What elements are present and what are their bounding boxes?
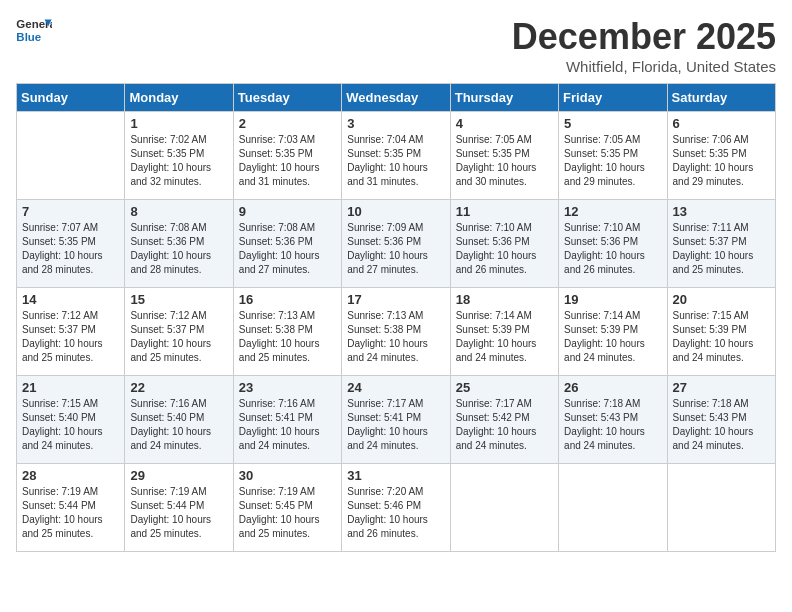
day-info: Sunrise: 7:05 AM Sunset: 5:35 PM Dayligh…: [456, 133, 553, 189]
day-number: 2: [239, 116, 336, 131]
day-cell: 1Sunrise: 7:02 AM Sunset: 5:35 PM Daylig…: [125, 112, 233, 200]
col-header-friday: Friday: [559, 84, 667, 112]
day-cell: 11Sunrise: 7:10 AM Sunset: 5:36 PM Dayli…: [450, 200, 558, 288]
day-number: 9: [239, 204, 336, 219]
day-cell: 17Sunrise: 7:13 AM Sunset: 5:38 PM Dayli…: [342, 288, 450, 376]
day-number: 16: [239, 292, 336, 307]
day-cell: 13Sunrise: 7:11 AM Sunset: 5:37 PM Dayli…: [667, 200, 775, 288]
day-cell: 7Sunrise: 7:07 AM Sunset: 5:35 PM Daylig…: [17, 200, 125, 288]
calendar-table: SundayMondayTuesdayWednesdayThursdayFrid…: [16, 83, 776, 552]
day-number: 25: [456, 380, 553, 395]
day-number: 26: [564, 380, 661, 395]
title-block: December 2025 Whitfield, Florida, United…: [512, 16, 776, 75]
day-cell: 23Sunrise: 7:16 AM Sunset: 5:41 PM Dayli…: [233, 376, 341, 464]
day-cell: 14Sunrise: 7:12 AM Sunset: 5:37 PM Dayli…: [17, 288, 125, 376]
day-cell: 15Sunrise: 7:12 AM Sunset: 5:37 PM Dayli…: [125, 288, 233, 376]
day-info: Sunrise: 7:15 AM Sunset: 5:39 PM Dayligh…: [673, 309, 770, 365]
day-cell: 8Sunrise: 7:08 AM Sunset: 5:36 PM Daylig…: [125, 200, 233, 288]
day-number: 12: [564, 204, 661, 219]
day-number: 17: [347, 292, 444, 307]
day-number: 10: [347, 204, 444, 219]
day-number: 6: [673, 116, 770, 131]
day-info: Sunrise: 7:04 AM Sunset: 5:35 PM Dayligh…: [347, 133, 444, 189]
day-info: Sunrise: 7:19 AM Sunset: 5:44 PM Dayligh…: [22, 485, 119, 541]
day-info: Sunrise: 7:19 AM Sunset: 5:45 PM Dayligh…: [239, 485, 336, 541]
day-cell: 12Sunrise: 7:10 AM Sunset: 5:36 PM Dayli…: [559, 200, 667, 288]
day-number: 8: [130, 204, 227, 219]
day-number: 20: [673, 292, 770, 307]
col-header-monday: Monday: [125, 84, 233, 112]
day-info: Sunrise: 7:17 AM Sunset: 5:41 PM Dayligh…: [347, 397, 444, 453]
day-info: Sunrise: 7:17 AM Sunset: 5:42 PM Dayligh…: [456, 397, 553, 453]
day-cell: 28Sunrise: 7:19 AM Sunset: 5:44 PM Dayli…: [17, 464, 125, 552]
day-info: Sunrise: 7:05 AM Sunset: 5:35 PM Dayligh…: [564, 133, 661, 189]
day-cell: [667, 464, 775, 552]
day-cell: 19Sunrise: 7:14 AM Sunset: 5:39 PM Dayli…: [559, 288, 667, 376]
day-cell: 27Sunrise: 7:18 AM Sunset: 5:43 PM Dayli…: [667, 376, 775, 464]
day-info: Sunrise: 7:19 AM Sunset: 5:44 PM Dayligh…: [130, 485, 227, 541]
day-cell: 4Sunrise: 7:05 AM Sunset: 5:35 PM Daylig…: [450, 112, 558, 200]
day-number: 29: [130, 468, 227, 483]
col-header-wednesday: Wednesday: [342, 84, 450, 112]
day-number: 15: [130, 292, 227, 307]
day-number: 22: [130, 380, 227, 395]
day-number: 4: [456, 116, 553, 131]
day-cell: 21Sunrise: 7:15 AM Sunset: 5:40 PM Dayli…: [17, 376, 125, 464]
day-number: 14: [22, 292, 119, 307]
day-cell: 18Sunrise: 7:14 AM Sunset: 5:39 PM Dayli…: [450, 288, 558, 376]
day-cell: 10Sunrise: 7:09 AM Sunset: 5:36 PM Dayli…: [342, 200, 450, 288]
day-info: Sunrise: 7:02 AM Sunset: 5:35 PM Dayligh…: [130, 133, 227, 189]
week-row-5: 28Sunrise: 7:19 AM Sunset: 5:44 PM Dayli…: [17, 464, 776, 552]
day-cell: 31Sunrise: 7:20 AM Sunset: 5:46 PM Dayli…: [342, 464, 450, 552]
day-cell: 24Sunrise: 7:17 AM Sunset: 5:41 PM Dayli…: [342, 376, 450, 464]
day-cell: 25Sunrise: 7:17 AM Sunset: 5:42 PM Dayli…: [450, 376, 558, 464]
day-cell: 5Sunrise: 7:05 AM Sunset: 5:35 PM Daylig…: [559, 112, 667, 200]
day-info: Sunrise: 7:08 AM Sunset: 5:36 PM Dayligh…: [130, 221, 227, 277]
day-info: Sunrise: 7:10 AM Sunset: 5:36 PM Dayligh…: [456, 221, 553, 277]
day-cell: 29Sunrise: 7:19 AM Sunset: 5:44 PM Dayli…: [125, 464, 233, 552]
day-info: Sunrise: 7:11 AM Sunset: 5:37 PM Dayligh…: [673, 221, 770, 277]
day-info: Sunrise: 7:14 AM Sunset: 5:39 PM Dayligh…: [564, 309, 661, 365]
day-info: Sunrise: 7:20 AM Sunset: 5:46 PM Dayligh…: [347, 485, 444, 541]
page-header: General Blue December 2025 Whitfield, Fl…: [16, 16, 776, 75]
day-info: Sunrise: 7:09 AM Sunset: 5:36 PM Dayligh…: [347, 221, 444, 277]
day-cell: 3Sunrise: 7:04 AM Sunset: 5:35 PM Daylig…: [342, 112, 450, 200]
day-cell: 30Sunrise: 7:19 AM Sunset: 5:45 PM Dayli…: [233, 464, 341, 552]
day-info: Sunrise: 7:13 AM Sunset: 5:38 PM Dayligh…: [239, 309, 336, 365]
day-number: 27: [673, 380, 770, 395]
col-header-sunday: Sunday: [17, 84, 125, 112]
day-number: 21: [22, 380, 119, 395]
day-number: 3: [347, 116, 444, 131]
day-number: 30: [239, 468, 336, 483]
day-number: 7: [22, 204, 119, 219]
day-cell: [17, 112, 125, 200]
day-cell: 20Sunrise: 7:15 AM Sunset: 5:39 PM Dayli…: [667, 288, 775, 376]
day-info: Sunrise: 7:13 AM Sunset: 5:38 PM Dayligh…: [347, 309, 444, 365]
day-info: Sunrise: 7:03 AM Sunset: 5:35 PM Dayligh…: [239, 133, 336, 189]
day-cell: 9Sunrise: 7:08 AM Sunset: 5:36 PM Daylig…: [233, 200, 341, 288]
day-number: 31: [347, 468, 444, 483]
day-cell: 26Sunrise: 7:18 AM Sunset: 5:43 PM Dayli…: [559, 376, 667, 464]
day-number: 24: [347, 380, 444, 395]
day-cell: [450, 464, 558, 552]
day-cell: 16Sunrise: 7:13 AM Sunset: 5:38 PM Dayli…: [233, 288, 341, 376]
day-info: Sunrise: 7:10 AM Sunset: 5:36 PM Dayligh…: [564, 221, 661, 277]
day-cell: 2Sunrise: 7:03 AM Sunset: 5:35 PM Daylig…: [233, 112, 341, 200]
day-number: 19: [564, 292, 661, 307]
day-cell: [559, 464, 667, 552]
day-number: 28: [22, 468, 119, 483]
day-info: Sunrise: 7:12 AM Sunset: 5:37 PM Dayligh…: [22, 309, 119, 365]
col-header-saturday: Saturday: [667, 84, 775, 112]
week-row-2: 7Sunrise: 7:07 AM Sunset: 5:35 PM Daylig…: [17, 200, 776, 288]
day-info: Sunrise: 7:18 AM Sunset: 5:43 PM Dayligh…: [673, 397, 770, 453]
day-cell: 6Sunrise: 7:06 AM Sunset: 5:35 PM Daylig…: [667, 112, 775, 200]
location-subtitle: Whitfield, Florida, United States: [512, 58, 776, 75]
week-row-4: 21Sunrise: 7:15 AM Sunset: 5:40 PM Dayli…: [17, 376, 776, 464]
week-row-1: 1Sunrise: 7:02 AM Sunset: 5:35 PM Daylig…: [17, 112, 776, 200]
logo: General Blue: [16, 16, 52, 46]
day-info: Sunrise: 7:08 AM Sunset: 5:36 PM Dayligh…: [239, 221, 336, 277]
day-number: 5: [564, 116, 661, 131]
col-header-tuesday: Tuesday: [233, 84, 341, 112]
day-info: Sunrise: 7:18 AM Sunset: 5:43 PM Dayligh…: [564, 397, 661, 453]
day-info: Sunrise: 7:07 AM Sunset: 5:35 PM Dayligh…: [22, 221, 119, 277]
